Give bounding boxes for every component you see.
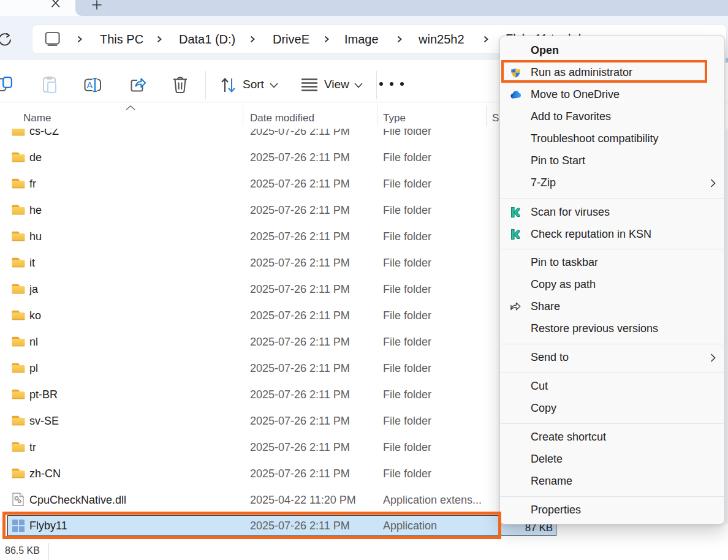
svg-text:A: A xyxy=(87,80,93,90)
